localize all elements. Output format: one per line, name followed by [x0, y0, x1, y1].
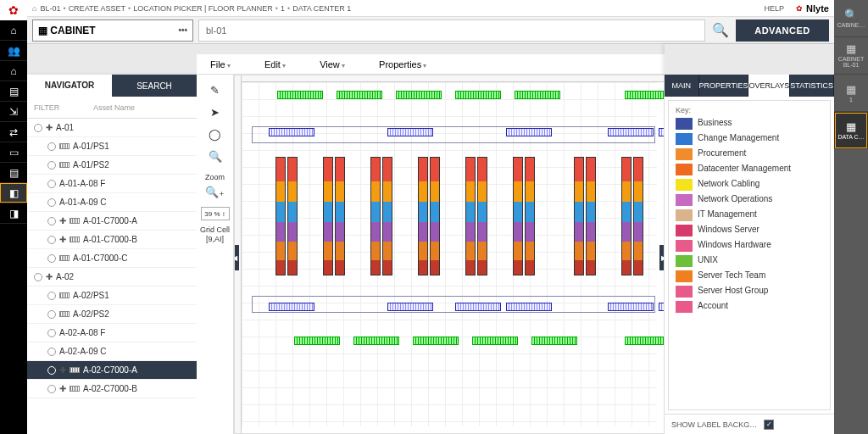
- main-area: ⌂ BL-01CREATE ASSETLOCATION PICKER | FLO…: [27, 0, 834, 434]
- key-row[interactable]: Datacenter Management: [676, 164, 823, 175]
- menu-edit[interactable]: Edit: [264, 59, 286, 70]
- tree-node[interactable]: ✚A-02: [27, 268, 197, 287]
- key-row[interactable]: Business: [676, 118, 823, 130]
- tree-node[interactable]: A-01/PS2: [27, 156, 197, 175]
- tree-node[interactable]: A-01-A-08 F: [27, 175, 197, 193]
- filter-row: FILTER Asset Name: [27, 97, 197, 119]
- tool-column: ✎ ➤ ◯ 🔍 Zoom 🔍₊ 39 % ↕ Grid Cell[9,AI]: [197, 75, 234, 434]
- workspace: NAVIGATOR SEARCH FILTER Asset Name ✚A-01…: [27, 44, 834, 434]
- rtab-statistics[interactable]: STATISTICS: [790, 75, 834, 97]
- lasso-tool[interactable]: ◯: [203, 124, 227, 144]
- key-row[interactable]: Network Operations: [676, 194, 823, 206]
- key-row[interactable]: Server Tech Team: [676, 270, 823, 282]
- asset-type-selector[interactable]: ▦ CABINET •••: [32, 19, 193, 42]
- right-panel: MAINPROPERTIESOVERLAYSSTATISTICS Key: Bu…: [665, 44, 834, 434]
- show-label-row[interactable]: SHOW LABEL BACKG… ✓: [665, 414, 834, 434]
- zoom-label: Zoom: [205, 173, 225, 181]
- tab-search[interactable]: SEARCH: [112, 75, 197, 97]
- sidebar-icon-7[interactable]: ▤: [0, 163, 27, 183]
- key-row[interactable]: Network Cabling: [676, 179, 823, 191]
- brand-label: Nlyte: [806, 3, 829, 14]
- filter-placeholder[interactable]: Asset Name: [93, 103, 135, 112]
- key-row[interactable]: Windows Server: [676, 225, 823, 236]
- tree-node[interactable]: ✚A-01-C7000-A: [27, 212, 197, 231]
- asset-type-label: CABINET: [50, 25, 95, 36]
- right-tabs: MAINPROPERTIESOVERLAYSSTATISTICS: [665, 75, 834, 97]
- tree-node[interactable]: ✚A-01-C7000-B: [27, 231, 197, 249]
- sidebar-icon-5[interactable]: ⇄: [0, 122, 27, 142]
- rail-item[interactable]: ▦1: [834, 75, 868, 112]
- key-row[interactable]: IT Management: [676, 209, 823, 221]
- crumb-2[interactable]: LOCATION PICKER | FLOOR PLANNER: [133, 4, 273, 13]
- key-row[interactable]: Change Management: [676, 133, 823, 145]
- rtab-main[interactable]: MAIN: [665, 75, 699, 97]
- tree-node[interactable]: ✚A-02-C7000-B: [27, 380, 197, 398]
- brand-icon: ✿: [796, 4, 803, 13]
- search-icon[interactable]: 🔍: [710, 22, 731, 38]
- key-title: Key:: [676, 106, 823, 114]
- asset-tree: ✚A-01A-01/PS1A-01/PS2A-01-A-08 FA-01-A-0…: [27, 119, 197, 434]
- collapse-left[interactable]: ◀: [234, 245, 239, 270]
- tree-node[interactable]: A-02/PS2: [27, 305, 197, 324]
- filter-label: FILTER: [34, 103, 93, 112]
- zoom-value[interactable]: 39 % ↕: [201, 207, 230, 220]
- key-row[interactable]: Server Host Group: [676, 286, 823, 298]
- key-row[interactable]: Procurement: [676, 148, 823, 160]
- rtab-overlays[interactable]: OVERLAYS: [748, 75, 790, 97]
- tree-node[interactable]: A-02-A-08 F: [27, 324, 197, 342]
- sidebar-icon-8[interactable]: ◧: [0, 183, 27, 203]
- key-row[interactable]: Account: [676, 301, 823, 313]
- sidebar-icon-2[interactable]: ⌂: [0, 61, 27, 81]
- tree-node[interactable]: A-02-A-09 C: [27, 342, 197, 361]
- pointer-tool[interactable]: ➤: [203, 102, 227, 122]
- rtab-properties[interactable]: PROPERTIES: [699, 75, 749, 97]
- sidebar-icon-6[interactable]: ▭: [0, 142, 27, 163]
- left-column: NAVIGATOR SEARCH FILTER Asset Name ✚A-01…: [27, 44, 197, 434]
- menubar: FileEditViewProperties: [197, 54, 665, 75]
- sidebar-icon-0[interactable]: ⌂: [0, 20, 27, 41]
- tree-node[interactable]: A-01-A-09 C: [27, 193, 197, 212]
- collapse-right[interactable]: ▶: [659, 245, 665, 270]
- menu-file[interactable]: File: [210, 59, 231, 70]
- rail-item[interactable]: ▦CABINET BL-01: [834, 37, 868, 75]
- rail-item[interactable]: ▦DATA C…: [834, 112, 868, 149]
- rack-icon: ▦: [38, 25, 47, 36]
- advanced-button[interactable]: ADVANCED: [736, 19, 829, 42]
- key-row[interactable]: Windows Hardware: [676, 240, 823, 252]
- app-logo: ✿: [0, 0, 27, 20]
- more-icon: •••: [178, 25, 187, 35]
- rail-item[interactable]: 🔍CABINE…: [834, 0, 868, 37]
- zoom-in-tool[interactable]: 🔍₊: [203, 181, 227, 202]
- sidebar-icon-4[interactable]: ⇲: [0, 102, 27, 122]
- pencil-tool[interactable]: ✎: [203, 80, 227, 100]
- tree-node[interactable]: A-02/PS1: [27, 287, 197, 305]
- overlay-key: Key: BusinessChange ManagementProcuremen…: [668, 100, 831, 410]
- floor-canvas[interactable]: ◀ ▶: [234, 75, 665, 434]
- app-iconbar: ✿ ⌂👥⌂▤⇲⇄▭▤◧◨: [0, 0, 27, 434]
- tree-node[interactable]: ✚A-01: [27, 119, 197, 137]
- tree-node[interactable]: A-01-C7000-C: [27, 249, 197, 268]
- zoom-tool[interactable]: 🔍: [203, 146, 227, 166]
- crumb-0[interactable]: BL-01: [40, 4, 60, 13]
- tree-node[interactable]: ✚A-02-C7000-A: [27, 361, 197, 380]
- grid-label: Grid Cell[9,AI]: [200, 225, 230, 244]
- menu-view[interactable]: View: [320, 59, 345, 70]
- sidebar-icon-3[interactable]: ▤: [0, 81, 27, 102]
- crumb-4[interactable]: DATA CENTER 1: [292, 4, 351, 13]
- tab-navigator[interactable]: NAVIGATOR: [27, 75, 112, 97]
- tree-node[interactable]: A-01/PS1: [27, 137, 197, 156]
- help-link[interactable]: HELP: [765, 4, 785, 13]
- show-label-checkbox[interactable]: ✓: [764, 420, 774, 430]
- key-row[interactable]: UNIX: [676, 255, 823, 267]
- crumb-1[interactable]: CREATE ASSET: [69, 4, 125, 13]
- menu-properties[interactable]: Properties: [379, 59, 426, 70]
- sidebar-icon-9[interactable]: ◨: [0, 203, 27, 224]
- show-label-text: SHOW LABEL BACKG…: [671, 420, 757, 429]
- search-input[interactable]: [198, 19, 705, 42]
- search-row: ▦ CABINET ••• 🔍 ADVANCED: [27, 17, 834, 44]
- sidebar-icon-1[interactable]: 👥: [0, 41, 27, 61]
- ruler-horizontal: [235, 75, 664, 82]
- navigator-panel: NAVIGATOR SEARCH FILTER Asset Name ✚A-01…: [27, 75, 197, 434]
- breadcrumb-bar: ⌂ BL-01CREATE ASSETLOCATION PICKER | FLO…: [27, 0, 834, 17]
- context-rail: 🔍CABINE…▦CABINET BL-01▦1▦DATA C…: [834, 0, 868, 434]
